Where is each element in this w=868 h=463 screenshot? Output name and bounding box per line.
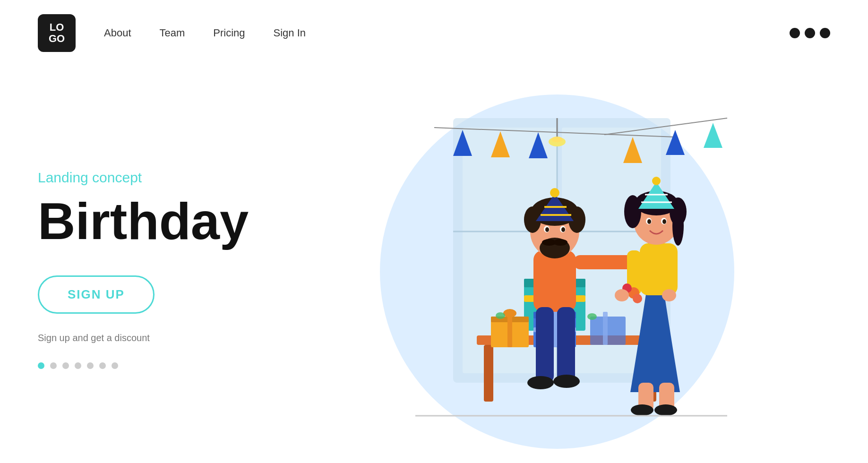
svg-point-36 bbox=[496, 312, 505, 319]
pagination-dot-1[interactable] bbox=[38, 362, 44, 369]
svg-point-84 bbox=[631, 404, 653, 416]
hero-title: Birthday bbox=[38, 195, 284, 247]
logo-line2: GO bbox=[49, 33, 65, 44]
birthday-illustration bbox=[368, 80, 746, 449]
more-options[interactable] bbox=[790, 28, 830, 38]
dot-icon bbox=[820, 28, 830, 38]
pagination bbox=[38, 362, 284, 369]
svg-point-33 bbox=[503, 309, 516, 317]
svg-point-48 bbox=[545, 227, 549, 232]
svg-rect-35 bbox=[603, 312, 608, 345]
svg-rect-32 bbox=[507, 313, 512, 347]
svg-point-45 bbox=[553, 239, 567, 246]
nav-pricing[interactable]: Pricing bbox=[213, 27, 245, 39]
signup-button[interactable]: SIGN UP bbox=[38, 275, 155, 314]
svg-rect-38 bbox=[533, 250, 576, 312]
dot-icon bbox=[805, 28, 815, 38]
nav-about[interactable]: About bbox=[104, 27, 131, 39]
pagination-dot-6[interactable] bbox=[99, 362, 106, 369]
dot-icon bbox=[790, 28, 800, 38]
svg-point-7 bbox=[551, 137, 563, 142]
logo-line1: LO bbox=[50, 22, 64, 33]
svg-point-60 bbox=[553, 375, 580, 388]
nav-team[interactable]: Team bbox=[160, 27, 185, 39]
logo[interactable]: LO GO bbox=[38, 14, 76, 52]
svg-rect-34 bbox=[590, 317, 626, 345]
svg-point-37 bbox=[587, 313, 597, 320]
svg-point-77 bbox=[662, 219, 666, 224]
svg-point-73 bbox=[672, 206, 684, 246]
pagination-dot-4[interactable] bbox=[75, 362, 81, 369]
svg-rect-57 bbox=[536, 307, 554, 383]
svg-point-53 bbox=[550, 188, 559, 197]
svg-point-71 bbox=[624, 195, 641, 228]
svg-point-81 bbox=[652, 177, 661, 185]
hero-left: Landing concept Birthday SIGN UP Sign up… bbox=[38, 160, 284, 369]
svg-point-68 bbox=[662, 289, 676, 301]
svg-rect-63 bbox=[662, 250, 676, 295]
svg-point-67 bbox=[615, 289, 629, 301]
svg-point-76 bbox=[647, 219, 651, 224]
hero-subtitle: Landing concept bbox=[38, 170, 284, 186]
pagination-dot-2[interactable] bbox=[50, 362, 57, 369]
svg-point-85 bbox=[654, 404, 677, 416]
svg-point-59 bbox=[527, 376, 554, 389]
signup-note: Sign up and get a discount bbox=[38, 333, 284, 343]
svg-point-49 bbox=[561, 227, 565, 232]
svg-marker-15 bbox=[704, 123, 722, 148]
nav-signin[interactable]: Sign In bbox=[274, 27, 306, 39]
svg-rect-17 bbox=[484, 345, 493, 402]
header: LO GO About Team Pricing Sign In bbox=[0, 0, 868, 66]
pagination-dot-7[interactable] bbox=[112, 362, 118, 369]
svg-rect-58 bbox=[557, 307, 575, 383]
svg-point-66 bbox=[633, 294, 642, 303]
pagination-dot-3[interactable] bbox=[62, 362, 69, 369]
hero-illustration bbox=[284, 66, 830, 463]
navigation: About Team Pricing Sign In bbox=[104, 27, 306, 39]
pagination-dot-5[interactable] bbox=[87, 362, 94, 369]
main-content: Landing concept Birthday SIGN UP Sign up… bbox=[0, 66, 868, 463]
